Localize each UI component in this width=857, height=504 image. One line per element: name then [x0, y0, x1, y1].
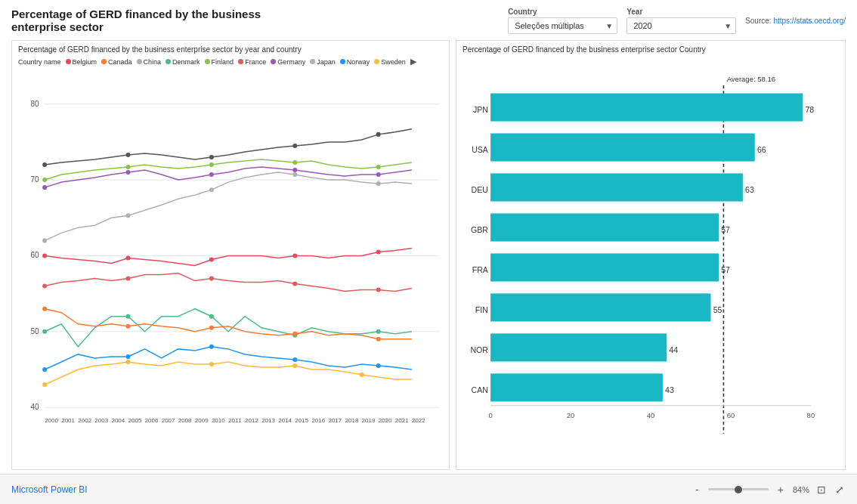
legend-japan: Japan [310, 58, 336, 66]
bar-chart-container: Average: 58.16 JPN 78 USA 66 DEU [463, 58, 839, 465]
zoom-slider[interactable] [708, 488, 769, 490]
expand-button[interactable]: ⤢ [834, 482, 846, 497]
svg-text:FIN: FIN [475, 305, 488, 314]
svg-point-50 [209, 326, 214, 330]
svg-text:80: 80 [807, 411, 815, 419]
svg-rect-89 [490, 133, 755, 161]
line-chart-svg: 80 70 60 50 40 2000 2001 2002 20 [18, 70, 443, 465]
svg-point-51 [292, 332, 297, 336]
svg-point-82 [376, 132, 381, 137]
svg-point-35 [209, 362, 214, 366]
svg-point-62 [376, 249, 381, 254]
france-label: France [245, 58, 266, 66]
year-filter-label: Year [627, 8, 736, 16]
svg-text:2019: 2019 [362, 417, 376, 424]
svg-point-69 [126, 165, 131, 169]
svg-rect-98 [490, 253, 719, 281]
svg-text:2006: 2006 [145, 417, 159, 424]
svg-point-75 [209, 172, 214, 177]
germany-dot [271, 59, 276, 64]
legend-germany: Germany [271, 58, 305, 66]
china-label: China [144, 58, 162, 66]
filters-area: Country Seleções múltiplas ▼ Year 2020 ▼ [508, 8, 846, 34]
zoom-slider-thumb[interactable] [735, 486, 742, 493]
svg-text:20: 20 [567, 411, 575, 419]
sweden-dot [374, 59, 379, 64]
svg-point-76 [292, 168, 297, 172]
svg-text:40: 40 [647, 411, 655, 419]
svg-text:Average: 58.16: Average: 58.16 [727, 75, 775, 83]
svg-text:2016: 2016 [311, 417, 325, 424]
svg-point-61 [292, 253, 297, 258]
svg-point-54 [126, 277, 131, 281]
svg-text:57: 57 [721, 225, 730, 234]
right-chart-title: Percentage of GERD financed by the busin… [463, 45, 839, 54]
source-link[interactable]: https://stats.oecd.org/ [773, 17, 846, 25]
finland-label: Finland [212, 58, 234, 66]
svg-text:2018: 2018 [345, 417, 359, 424]
svg-text:2001: 2001 [61, 417, 75, 424]
year-select-wrapper[interactable]: 2020 ▼ [627, 17, 736, 34]
power-bi-link[interactable]: Microsoft Power BI [11, 484, 88, 495]
svg-point-60 [209, 257, 214, 261]
svg-text:2008: 2008 [178, 417, 192, 424]
year-select[interactable]: 2020 [627, 17, 736, 34]
france-dot [238, 59, 243, 64]
legend-china: China [137, 58, 162, 66]
country-filter-group: Country Seleções múltiplas ▼ [508, 8, 617, 34]
svg-rect-86 [490, 93, 803, 121]
zoom-minus-button[interactable]: - [692, 484, 702, 496]
finland-dot [205, 59, 210, 64]
svg-point-41 [292, 357, 297, 362]
svg-text:2012: 2012 [245, 417, 258, 424]
country-select[interactable]: Seleções múltiplas [508, 17, 617, 34]
svg-text:2004: 2004 [111, 417, 125, 424]
svg-point-40 [209, 345, 214, 349]
svg-point-78 [42, 162, 47, 167]
legend-expand-icon[interactable]: ▶ [410, 57, 416, 66]
legend-france: France [238, 58, 266, 66]
svg-point-38 [42, 367, 47, 372]
svg-text:JPN: JPN [473, 105, 488, 114]
left-chart: Percentage of GERD financed by the busin… [11, 40, 450, 470]
svg-text:66: 66 [757, 145, 766, 154]
svg-point-43 [42, 329, 47, 334]
svg-text:2007: 2007 [162, 417, 175, 424]
svg-text:2009: 2009 [195, 417, 209, 424]
svg-text:2000: 2000 [45, 417, 58, 424]
svg-text:2022: 2022 [412, 417, 425, 424]
svg-text:0: 0 [488, 411, 492, 419]
svg-point-33 [42, 382, 47, 387]
fit-screen-button[interactable]: ⊡ [815, 482, 828, 497]
svg-text:63: 63 [745, 185, 754, 194]
legend-norway: Norway [340, 58, 370, 66]
svg-point-56 [292, 282, 297, 286]
country-select-wrapper[interactable]: Seleções múltiplas ▼ [508, 17, 617, 34]
svg-point-80 [209, 155, 214, 159]
svg-text:2013: 2013 [261, 417, 275, 424]
svg-text:2011: 2011 [228, 417, 242, 424]
charts-row: Percentage of GERD financed by the busin… [11, 40, 846, 470]
svg-point-57 [376, 288, 381, 292]
canada-dot [101, 59, 107, 64]
svg-point-55 [209, 277, 214, 281]
svg-point-49 [126, 324, 131, 329]
svg-point-68 [42, 178, 47, 182]
svg-text:43: 43 [665, 385, 674, 394]
svg-text:80: 80 [31, 100, 40, 108]
zoom-plus-button[interactable]: + [775, 484, 787, 496]
svg-point-79 [126, 153, 131, 157]
denmark-label: Denmark [172, 58, 200, 66]
bottom-right-controls: - + 84% ⊡ ⤢ [692, 482, 846, 497]
svg-text:CAN: CAN [472, 385, 488, 394]
country-filter-label: Country [508, 8, 617, 16]
svg-text:GBR: GBR [471, 225, 488, 234]
svg-point-42 [376, 363, 381, 368]
svg-text:60: 60 [727, 411, 735, 419]
svg-text:50: 50 [31, 327, 40, 335]
svg-point-36 [292, 363, 297, 368]
svg-point-34 [126, 360, 131, 364]
legend: Country name Belgium Canada China Denmar… [18, 57, 443, 66]
bottom-bar: Microsoft Power BI - + 84% ⊡ ⤢ [0, 474, 857, 504]
svg-point-64 [126, 213, 131, 218]
